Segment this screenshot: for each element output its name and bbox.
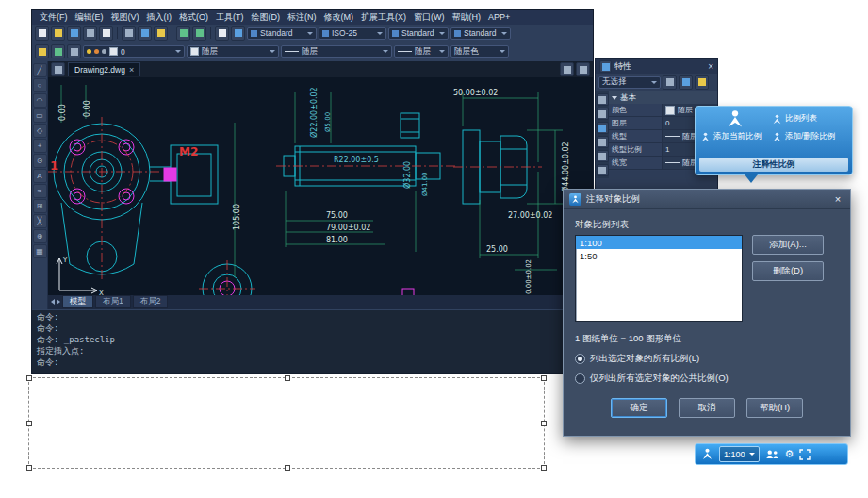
flyout-item-add-delete[interactable]: 添加/删除比例 <box>772 128 847 145</box>
mleader-style-select[interactable]: Standard <box>450 27 511 40</box>
properties-title-bar[interactable]: 特性 × <box>596 59 717 74</box>
menu-item[interactable]: 扩展工具(X) <box>357 11 410 24</box>
ok-button[interactable]: 确定 <box>611 398 667 418</box>
delete-button[interactable]: 删除(D) <box>752 261 824 281</box>
close-tab-icon[interactable]: × <box>129 65 134 75</box>
paste-icon[interactable] <box>154 26 168 41</box>
current-scale-select[interactable]: 1:100 <box>719 446 760 462</box>
draw-tool-icon[interactable]: ◇ <box>33 124 47 138</box>
flyout-item-scale-list[interactable]: 比例列表 <box>772 110 847 127</box>
palette-tool-icon[interactable] <box>597 136 609 148</box>
undo-icon[interactable] <box>176 26 190 41</box>
drawing-canvas[interactable]: 50.00±0.02 0.00 0.00 105.00 75.00 79.00±… <box>48 77 593 295</box>
object-scale-list[interactable]: 1:100 1:50 <box>575 235 743 322</box>
palette-tool-icon[interactable] <box>597 122 609 134</box>
copy-icon[interactable] <box>138 26 152 41</box>
help-button[interactable]: 帮助(H) <box>746 398 803 418</box>
redo-icon[interactable] <box>192 26 206 41</box>
auto-scale-gear-icon[interactable]: ⚙ <box>785 449 794 459</box>
draw-tool-icon[interactable]: ╳ <box>33 214 47 228</box>
properties-section-basic[interactable]: 基本 <box>609 91 717 104</box>
new-tab-icon[interactable] <box>560 62 574 76</box>
command-line[interactable]: 命令:命令:命令: _pasteclip指定插入点:命令: <box>32 309 593 374</box>
resize-handle[interactable] <box>541 465 547 471</box>
draw-tool-icon[interactable]: ≈ <box>33 184 47 198</box>
selection-marquee[interactable] <box>28 377 545 469</box>
resize-handle[interactable] <box>26 465 32 471</box>
plot-icon[interactable] <box>83 26 97 41</box>
toggle-pickadd-icon[interactable] <box>663 75 677 90</box>
close-icon[interactable]: × <box>831 193 844 205</box>
select-objects-icon[interactable] <box>679 75 693 90</box>
menu-item[interactable]: 修改(M) <box>320 11 358 24</box>
tab-layout2[interactable]: 布局2 <box>133 295 169 308</box>
dialog-title-bar[interactable]: 注释对象比例 × <box>564 190 850 209</box>
menu-item[interactable]: APP+ <box>484 12 514 22</box>
zoom-icon[interactable] <box>231 26 245 41</box>
resize-handle[interactable] <box>26 375 32 381</box>
resize-handle[interactable] <box>285 375 290 381</box>
menu-item[interactable]: 文件(F) <box>36 11 72 24</box>
quick-select-icon[interactable] <box>695 75 709 90</box>
menu-item[interactable]: 窗口(W) <box>410 11 449 24</box>
draw-tool-icon[interactable]: ╱ <box>33 63 47 77</box>
draw-tool-icon[interactable]: ⊕ <box>33 229 47 243</box>
tab-list-icon[interactable] <box>576 62 590 76</box>
pan-icon[interactable] <box>215 26 229 41</box>
annotation-visibility-icon[interactable] <box>765 449 779 459</box>
tab-menu-icon[interactable] <box>51 62 65 76</box>
tab-layout1[interactable]: 布局1 <box>95 295 131 308</box>
radio-list-all-scales[interactable]: 列出选定对象的所有比例(L) <box>575 353 839 365</box>
layer-states-icon[interactable] <box>51 44 65 58</box>
flyout-item-add-current[interactable]: 添加当前比例 <box>700 128 770 145</box>
table-style-select[interactable]: Standard <box>388 27 449 40</box>
draw-tool-icon[interactable]: ⊙ <box>33 154 47 168</box>
resize-handle[interactable] <box>541 421 547 426</box>
menu-item[interactable]: 插入(I) <box>143 11 176 24</box>
menu-item[interactable]: 绘图(D) <box>248 11 285 24</box>
resize-handle[interactable] <box>26 421 32 426</box>
draw-tool-icon[interactable]: + <box>33 139 47 153</box>
lineweight-select[interactable]: 随层 <box>394 45 449 58</box>
palette-tool-icon[interactable] <box>597 164 609 176</box>
menu-item[interactable]: 标注(N) <box>284 11 320 24</box>
text-style-select[interactable]: Standard <box>247 27 317 40</box>
save-icon[interactable] <box>67 26 81 41</box>
draw-tool-icon[interactable]: ▭ <box>33 108 47 123</box>
new-file-icon[interactable] <box>35 26 49 41</box>
menu-item[interactable]: 格式(O) <box>175 11 212 24</box>
tab-model[interactable]: 模型 <box>62 295 93 308</box>
cut-icon[interactable] <box>122 26 136 41</box>
scale-list-item[interactable]: 1:50 <box>576 249 742 262</box>
layer-previous-icon[interactable] <box>67 44 81 58</box>
linetype-select[interactable]: 随层 <box>281 45 392 58</box>
menu-item[interactable]: 帮助(H) <box>449 11 485 24</box>
layer-properties-icon[interactable] <box>35 44 49 58</box>
radio-common-scales-only[interactable]: 仅列出所有选定对象的公共比例(O) <box>575 373 839 385</box>
add-button[interactable]: 添加(A)... <box>752 235 824 255</box>
palette-tool-icon[interactable] <box>597 150 609 162</box>
draw-tool-icon[interactable]: ⊞ <box>33 199 47 213</box>
fullscreen-icon[interactable] <box>799 449 811 460</box>
plotstyle-select[interactable]: 随层色 <box>450 45 509 58</box>
palette-tool-icon[interactable] <box>597 93 609 106</box>
cancel-button[interactable]: 取消 <box>679 398 735 418</box>
layer-select[interactable]: 0 <box>83 45 185 58</box>
open-file-icon[interactable] <box>51 26 65 41</box>
menu-item[interactable]: 工具(T) <box>212 11 248 24</box>
selection-filter-select[interactable]: 无选择 <box>598 76 661 89</box>
draw-tool-icon[interactable]: ◠ <box>33 93 47 108</box>
dim-style-select[interactable]: ISO-25 <box>319 27 386 40</box>
print-preview-icon[interactable] <box>99 26 113 41</box>
document-tab[interactable]: Drawing2.dwg × <box>68 62 140 76</box>
color-select[interactable]: 随层 <box>187 45 279 58</box>
resize-handle[interactable] <box>541 375 547 381</box>
palette-tool-icon[interactable] <box>597 108 609 120</box>
scale-list-item[interactable]: 1:100 <box>576 236 742 249</box>
draw-tool-icon[interactable]: ○ <box>33 78 47 92</box>
draw-tool-icon[interactable]: ▦ <box>33 244 47 258</box>
resize-handle[interactable] <box>285 465 290 471</box>
close-icon[interactable]: × <box>708 61 713 72</box>
menu-item[interactable]: 编辑(E) <box>72 11 107 24</box>
tab-scroll-left-icon[interactable] <box>51 299 55 305</box>
